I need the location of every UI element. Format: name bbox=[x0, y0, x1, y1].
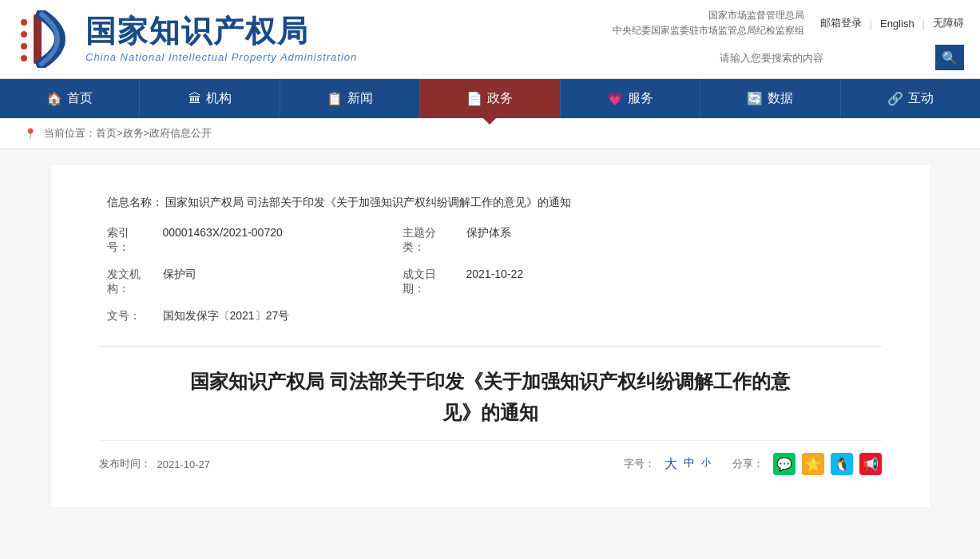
info-title-value: 国家知识产权局 司法部关于印发《关于加强知识产权纠纷调解工作的意见》的通知 bbox=[165, 196, 571, 208]
news-icon: 📋 bbox=[327, 91, 343, 106]
nav-data[interactable]: 🔄 数据 bbox=[700, 79, 840, 118]
nav-news-label: 新闻 bbox=[347, 90, 373, 107]
header: 国家知识产权局 China National Intellectual Prop… bbox=[0, 0, 980, 79]
index-label: 索引号： bbox=[99, 220, 155, 261]
top-links: 国家市场监督管理总局 中央纪委国家监委驻市场监管总局纪检监察组 邮箱登录 | E… bbox=[613, 8, 964, 38]
search-bar: 🔍 bbox=[712, 45, 964, 70]
interact-icon: 🔗 bbox=[887, 91, 903, 106]
org-line1: 国家市场监督管理总局 bbox=[613, 8, 804, 23]
nav-service-label: 服务 bbox=[628, 90, 653, 107]
share-qq-button[interactable]: 🐧 bbox=[831, 453, 853, 475]
accessible-link[interactable]: 无障碍 bbox=[933, 16, 964, 30]
header-left: 国家知识产权局 China National Intellectual Prop… bbox=[16, 10, 357, 68]
date-value: 2021-10-22 bbox=[458, 261, 882, 303]
nav-data-label: 数据 bbox=[768, 90, 793, 107]
org-value: 保护司 bbox=[155, 261, 395, 303]
institution-icon: 🏛 bbox=[188, 92, 201, 106]
wechat-icon: 💬 bbox=[776, 457, 792, 472]
article-meta: 发布时间： 2021-10-27 字号： 大 中 小 分享： 💬 ⭐ 🐧 bbox=[99, 440, 882, 475]
font-large-btn[interactable]: 大 bbox=[665, 456, 677, 473]
svg-point-1 bbox=[21, 31, 27, 38]
share-icons: 💬 ⭐ 🐧 📢 bbox=[773, 453, 882, 475]
nav-government[interactable]: 📄 政务 bbox=[420, 79, 560, 118]
main-content: 信息名称： 国家知识产权局 司法部关于印发《关于加强知识产权纠纷调解工作的意见》… bbox=[51, 165, 930, 507]
publish-label: 发布时间： bbox=[99, 457, 151, 471]
docno-row: 文号： 国知发保字〔2021〕27号 bbox=[99, 303, 882, 330]
share-favorite-button[interactable]: ⭐ bbox=[802, 453, 824, 475]
doc-value: 国知发保字〔2021〕27号 bbox=[155, 303, 882, 330]
logo-text: 国家知识产权局 China National Intellectual Prop… bbox=[85, 15, 357, 63]
search-input[interactable] bbox=[712, 47, 935, 69]
org-info: 国家市场监督管理总局 中央纪委国家监委驻市场监管总局纪检监察组 bbox=[613, 8, 804, 38]
search-button[interactable]: 🔍 bbox=[935, 45, 964, 70]
index-value: 00001463X/2021-00720 bbox=[155, 220, 395, 261]
info-title-label: 信息名称： bbox=[107, 196, 163, 208]
english-link[interactable]: English bbox=[880, 18, 915, 30]
nav-interact-label: 互动 bbox=[908, 90, 934, 107]
main-nav: 🏠 首页 🏛 机构 📋 新闻 📄 政务 💗 服务 🔄 数据 🔗 互动 bbox=[0, 79, 980, 118]
font-size-controls: 大 中 小 bbox=[665, 456, 711, 473]
nav-interact[interactable]: 🔗 互动 bbox=[841, 79, 980, 118]
article-title: 国家知识产权局 司法部关于印发《关于加强知识产权纠纷调解工作的意见》的通知 bbox=[99, 346, 882, 428]
location-icon: 📍 bbox=[24, 128, 37, 140]
nav-institution[interactable]: 🏛 机构 bbox=[140, 79, 280, 118]
index-category-row: 索引号： 00001463X/2021-00720 主题分类： 保护体系 bbox=[99, 220, 882, 261]
nav-government-label: 政务 bbox=[487, 90, 513, 107]
qq-icon: 🐧 bbox=[834, 457, 850, 472]
svg-point-3 bbox=[21, 55, 27, 61]
share-label: 分享： bbox=[732, 457, 764, 471]
share-wechat-button[interactable]: 💬 bbox=[773, 453, 796, 475]
logo-emblem bbox=[16, 10, 73, 68]
font-size-label: 字号： bbox=[624, 457, 655, 471]
nav-news[interactable]: 📋 新闻 bbox=[280, 79, 420, 118]
doc-label: 文号： bbox=[99, 303, 155, 330]
service-icon: 💗 bbox=[607, 91, 623, 106]
nav-home-label: 首页 bbox=[67, 90, 93, 107]
font-medium-btn[interactable]: 中 bbox=[684, 456, 695, 473]
logo-subtitle: China National Intellectual Property Adm… bbox=[85, 51, 357, 63]
weibo-icon: 📢 bbox=[863, 457, 879, 472]
category-label: 主题分类： bbox=[395, 220, 458, 261]
font-small-btn[interactable]: 小 bbox=[701, 456, 711, 473]
org-date-row: 发文机构： 保护司 成文日期： 2021-10-22 bbox=[99, 261, 882, 303]
government-icon: 📄 bbox=[466, 91, 482, 106]
share-weibo-button[interactable]: 📢 bbox=[859, 453, 882, 475]
search-icon: 🔍 bbox=[942, 50, 958, 65]
header-right: 国家市场监督管理总局 中央纪委国家监委驻市场监管总局纪检监察组 邮箱登录 | E… bbox=[613, 8, 964, 70]
org-line2: 中央纪委国家监委驻市场监管总局纪检监察组 bbox=[613, 23, 804, 38]
home-icon: 🏠 bbox=[46, 91, 62, 106]
svg-point-0 bbox=[21, 19, 27, 26]
nav-institution-label: 机构 bbox=[206, 90, 232, 107]
data-icon: 🔄 bbox=[747, 91, 763, 106]
breadcrumb-text: 当前位置：首页>政务>政府信息公开 bbox=[44, 126, 212, 141]
meta-publish-info: 发布时间： 2021-10-27 bbox=[99, 457, 211, 471]
category-value: 保护体系 bbox=[458, 220, 882, 261]
publish-date: 2021-10-27 bbox=[157, 458, 211, 470]
date-label: 成文日期： bbox=[395, 261, 458, 303]
svg-point-2 bbox=[21, 43, 27, 50]
org-label: 发文机构： bbox=[99, 261, 155, 303]
info-metadata: 信息名称： 国家知识产权局 司法部关于印发《关于加强知识产权纠纷调解工作的意见》… bbox=[99, 189, 882, 330]
nav-service[interactable]: 💗 服务 bbox=[561, 79, 700, 118]
email-login-link[interactable]: 邮箱登录 bbox=[820, 16, 862, 30]
meta-actions: 字号： 大 中 小 分享： 💬 ⭐ 🐧 📢 bbox=[624, 453, 882, 475]
logo-title: 国家知识产权局 bbox=[85, 15, 357, 49]
svg-rect-4 bbox=[34, 14, 42, 64]
star-icon: ⭐ bbox=[805, 457, 821, 472]
nav-home[interactable]: 🏠 首页 bbox=[0, 79, 140, 118]
info-title-row: 信息名称： 国家知识产权局 司法部关于印发《关于加强知识产权纠纷调解工作的意见》… bbox=[99, 189, 882, 220]
